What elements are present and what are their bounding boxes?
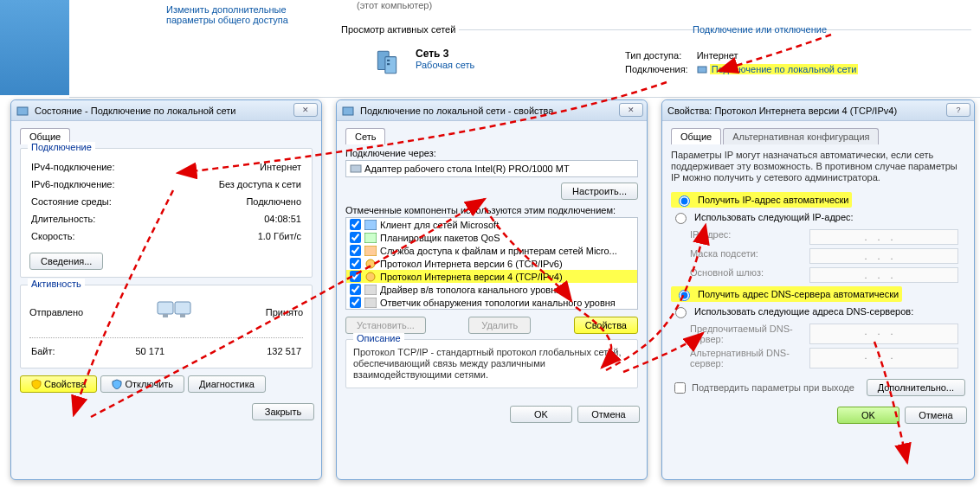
client-icon xyxy=(364,220,377,230)
share-icon xyxy=(364,246,377,256)
svg-rect-17 xyxy=(364,285,377,295)
monitors-icon xyxy=(154,298,194,325)
ip-input: ... xyxy=(809,229,958,245)
adapter-title: Подключение по локальной сети - свойства xyxy=(360,106,553,116)
list-item: Протокол Интернета версии 6 (TCP/IPv6) xyxy=(346,257,637,270)
recv-label: Принято xyxy=(266,307,303,317)
svg-rect-13 xyxy=(364,233,377,243)
mask-input: ... xyxy=(809,248,958,264)
dns2-input: ... xyxy=(809,348,958,368)
ok-button[interactable]: OK xyxy=(510,406,572,423)
remove-button[interactable]: Удалить xyxy=(468,317,531,334)
close-button[interactable]: ✕ xyxy=(293,103,318,117)
svg-rect-8 xyxy=(163,314,168,317)
sent-label: Отправлено xyxy=(29,307,83,317)
svg-rect-3 xyxy=(387,63,390,65)
tcpip-intro: Параметры IP могут назначаться автоматич… xyxy=(671,150,965,183)
gateway-input: ... xyxy=(809,267,958,283)
list-item: Служба доступа к файлам и принтерам сете… xyxy=(346,244,637,257)
qos-icon xyxy=(364,233,377,243)
components-label: Отмеченные компоненты используются этим … xyxy=(345,205,638,215)
tcpip-dialog: Свойства: Протокол Интернета версии 4 (T… xyxy=(661,99,975,480)
protocol-icon xyxy=(364,272,377,282)
tcpip-titlebar[interactable]: Свойства: Протокол Интернета версии 4 (T… xyxy=(662,100,974,121)
connections-label: Подключения: xyxy=(625,63,695,75)
access-type-label: Тип доступа: xyxy=(625,49,695,61)
svg-rect-18 xyxy=(364,298,377,308)
recv-bytes: 132 517 xyxy=(196,343,301,359)
svg-rect-7 xyxy=(175,302,190,314)
svg-rect-14 xyxy=(364,246,377,256)
this-computer-label: (этот компьютер) xyxy=(357,0,432,10)
svg-rect-9 xyxy=(180,314,185,317)
shield-icon xyxy=(112,379,122,389)
list-item: Ответчик обнаружения топологии канальног… xyxy=(346,296,637,309)
svg-rect-2 xyxy=(387,60,390,61)
adapter-titlebar[interactable]: Подключение по локальной сети - свойства… xyxy=(337,100,647,121)
local-connection-link[interactable]: Подключение по локальной сети xyxy=(710,64,859,74)
list-item: Драйвер в/в тополога канального уровня xyxy=(346,283,637,296)
change-sharing-params-link[interactable]: Изменить дополнительные параметры общего… xyxy=(166,4,313,25)
network-kind-link[interactable]: Рабочая сеть xyxy=(416,60,474,70)
svg-point-15 xyxy=(366,260,375,268)
cancel-button[interactable]: Отмена xyxy=(577,406,640,423)
list-item-tcpip4: Протокол Интернета версии 4 (TCP/IPv4) xyxy=(346,270,637,283)
tab-network[interactable]: Сеть xyxy=(345,128,385,144)
tab-alternate[interactable]: Альтернативная конфигурация xyxy=(723,128,879,144)
svg-rect-10 xyxy=(343,107,353,115)
adapter-field: Адаптер рабочего стола Intel(R) PRO/1000… xyxy=(345,160,638,177)
properties-button[interactable]: Свойства xyxy=(20,375,97,393)
svg-point-16 xyxy=(366,272,375,281)
sent-bytes: 50 171 xyxy=(106,343,195,359)
disable-button[interactable]: Отключить xyxy=(100,375,184,393)
install-button[interactable]: Установить... xyxy=(345,317,426,334)
dns1-input: ... xyxy=(809,324,958,344)
components-list[interactable]: Клиент для сетей Microsoft Планировщик п… xyxy=(345,217,638,310)
help-button[interactable]: ? xyxy=(946,103,970,117)
svg-rect-12 xyxy=(364,220,377,230)
component-properties-button[interactable]: Свойства xyxy=(574,317,638,334)
status-dialog: Состояние - Подключение по локальной сет… xyxy=(10,99,322,480)
cancel-button[interactable]: Отмена xyxy=(905,407,967,424)
diagnostics-button[interactable]: Диагностика xyxy=(188,375,266,393)
svg-rect-4 xyxy=(698,67,706,73)
responder-icon xyxy=(364,298,377,308)
svg-rect-5 xyxy=(17,107,28,115)
lan-icon xyxy=(342,105,354,117)
ip-auto-radio[interactable]: Получить IP-адрес автоматически xyxy=(671,192,852,208)
ip-manual-radio[interactable]: Использовать следующий IP-адрес: xyxy=(671,208,965,226)
close-button[interactable]: Закрыть xyxy=(252,403,314,420)
list-item: Клиент для сетей Microsoft xyxy=(346,218,637,231)
description-text: Протокол TCP/IP - стандартный протокол г… xyxy=(353,347,630,381)
driver-icon xyxy=(364,285,377,295)
network-icon xyxy=(372,48,402,77)
list-item: Планировщик пакетов QoS xyxy=(346,231,637,244)
svg-rect-11 xyxy=(351,165,361,172)
details-button[interactable]: Сведения... xyxy=(29,253,103,270)
tcpip-title: Свойства: Протокол Интернета версии 4 (T… xyxy=(667,106,897,116)
svg-rect-1 xyxy=(385,57,397,74)
dns-auto-radio[interactable]: Получить адрес DNS-сервера автоматически xyxy=(671,286,902,302)
status-titlebar[interactable]: Состояние - Подключение по локальной сет… xyxy=(11,100,321,121)
network-name-block: Сеть 3 Рабочая сеть xyxy=(416,48,474,70)
lan-icon xyxy=(697,64,707,74)
close-button[interactable]: ✕ xyxy=(619,103,643,117)
advanced-button[interactable]: Дополнительно... xyxy=(867,379,965,396)
nic-icon xyxy=(350,163,362,174)
configure-button[interactable]: Настроить... xyxy=(561,183,638,200)
svg-rect-6 xyxy=(158,302,173,314)
network-center-panel: Изменить дополнительные параметры общего… xyxy=(69,0,980,98)
dns-manual-radio[interactable]: Использовать следующие адреса DNS-сервер… xyxy=(671,303,965,320)
shield-icon xyxy=(31,379,42,389)
access-type-value: Интернет xyxy=(697,49,866,61)
lan-icon xyxy=(16,105,29,117)
view-networks-label: Просмотр активных сетей xyxy=(338,24,459,35)
adapter-properties-dialog: Подключение по локальной сети - свойства… xyxy=(336,99,648,480)
group-connection: Подключение IPv4-подключение:Интернет IP… xyxy=(20,148,313,278)
group-activity: Активность Отправлено Принято Байт: 50 1… xyxy=(20,285,313,368)
status-title: Состояние - Подключение по локальной сет… xyxy=(35,106,235,116)
tab-general[interactable]: Общие xyxy=(671,128,721,144)
connect-disconnect-link[interactable]: Подключение или отключение xyxy=(693,24,827,35)
ok-button[interactable]: OK xyxy=(837,407,899,424)
validate-checkbox[interactable]: Подтвердить параметры при выходе xyxy=(671,380,854,396)
